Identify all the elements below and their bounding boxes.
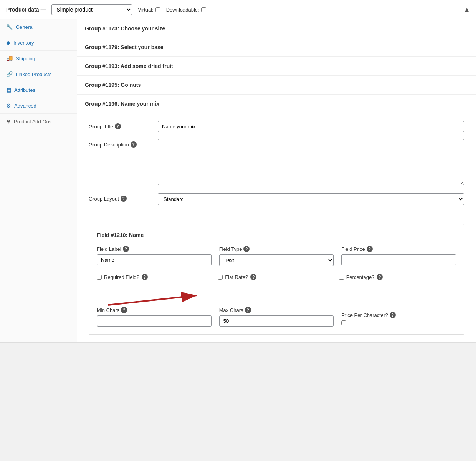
sidebar-item-inventory-label: Inventory xyxy=(13,40,34,46)
field-type-col: Field Type ? Text Textarea Select Checkb… xyxy=(219,246,334,266)
flat-rate-item: Flat Rate? ? xyxy=(218,274,335,280)
group-row-1173[interactable]: Group #1173: Choose your size xyxy=(77,19,476,38)
group-layout-label: Group Layout ? xyxy=(89,193,150,202)
max-chars-input[interactable] xyxy=(219,315,334,327)
sidebar-item-shipping-label: Shipping xyxy=(16,56,35,61)
red-arrow-icon xyxy=(104,288,212,309)
group-title-input[interactable] xyxy=(158,121,464,132)
group-row-1195[interactable]: Group #1195: Go nuts xyxy=(77,76,476,95)
virtual-checkbox[interactable] xyxy=(155,7,160,12)
group-1179-label: Group #1179: Select your base xyxy=(85,44,164,50)
field-type-help-icon[interactable]: ? xyxy=(243,246,250,252)
downloadable-label: Downloadable: xyxy=(166,7,206,13)
group-description-help-icon[interactable]: ? xyxy=(131,141,137,148)
percentage-item: Percentage? ? xyxy=(339,274,456,280)
percentage-checkbox[interactable] xyxy=(339,275,344,280)
flat-rate-help-icon[interactable]: ? xyxy=(250,274,256,280)
required-field-checkbox[interactable] xyxy=(97,275,102,280)
wrench-icon: 🔧 xyxy=(6,24,13,30)
min-chars-col: Min Chars ? xyxy=(97,307,212,327)
group-layout-row: Group Layout ? Standard List Grid xyxy=(89,193,464,205)
group-row-1179[interactable]: Group #1179: Select your base xyxy=(77,38,476,57)
required-field-help-icon[interactable]: ? xyxy=(142,274,148,280)
sidebar-item-general-label: General xyxy=(16,24,33,30)
flat-rate-checkbox[interactable] xyxy=(218,275,223,280)
max-chars-help-icon[interactable]: ? xyxy=(245,307,251,313)
group-1195-label: Group #1195: Go nuts xyxy=(85,82,141,88)
field-price-help-icon[interactable]: ? xyxy=(367,246,373,252)
chars-row: Min Chars ? Max Chars ? xyxy=(97,307,456,327)
field-label-label: Field Label ? xyxy=(97,246,212,252)
sidebar-item-add-ons-label: Product Add Ons xyxy=(14,119,51,124)
flat-rate-label: Flat Rate? xyxy=(225,274,248,280)
field-price-input[interactable] xyxy=(341,254,456,265)
link-icon: 🔗 xyxy=(6,71,13,77)
plus-circle-icon: ⊕ xyxy=(6,118,11,124)
min-chars-input[interactable] xyxy=(97,315,212,327)
field-label-input[interactable] xyxy=(97,254,212,265)
svg-line-1 xyxy=(108,295,197,305)
sidebar-item-attributes-label: Attributes xyxy=(14,87,35,93)
sidebar-item-advanced-label: Advanced xyxy=(14,103,36,109)
product-data-title: Product data — xyxy=(6,7,46,13)
main-content: Group #1173: Choose your size Group #117… xyxy=(77,19,476,342)
group-description-textarea[interactable] xyxy=(158,139,464,185)
field-section-title: Field #1210: Name xyxy=(97,232,456,238)
group-description-label: Group Description ? xyxy=(89,139,150,148)
checkbox-row: Required Field? ? Flat Rate? ? xyxy=(97,274,456,280)
group-title-label: Group Title ? xyxy=(89,121,150,129)
sidebar-item-advanced[interactable]: ⚙ Advanced xyxy=(0,98,77,114)
field-price-label: Field Price ? xyxy=(341,246,456,252)
field-type-label: Field Type ? xyxy=(219,246,334,252)
group-expanded-1196: Group Title ? Group Description ? xyxy=(77,113,476,220)
group-row-1196[interactable]: Group #1196: Name your mix xyxy=(77,95,476,113)
sidebar-item-linked-products-label: Linked Products xyxy=(16,71,51,77)
field-label-col: Field Label ? xyxy=(97,246,212,266)
group-1193-label: Group #1193: Add some dried fruit xyxy=(85,63,173,69)
shipping-icon: 🚚 xyxy=(6,55,13,61)
field-main-grid: Field Label ? Field Type ? Text Textarea xyxy=(97,246,456,266)
group-layout-select[interactable]: Standard List Grid xyxy=(158,193,464,205)
price-per-char-col: Price Per Character? ? xyxy=(341,312,456,327)
group-description-field xyxy=(158,139,464,186)
required-field-label: Required Field? xyxy=(104,274,139,280)
price-per-char-checkbox[interactable] xyxy=(341,320,346,325)
required-field-item: Required Field? ? xyxy=(97,274,214,280)
chars-section: Min Chars ? Max Chars ? xyxy=(97,288,456,327)
percentage-help-icon[interactable]: ? xyxy=(377,274,383,280)
group-title-row: Group Title ? xyxy=(89,121,464,132)
group-layout-help-icon[interactable]: ? xyxy=(121,196,127,202)
max-chars-col: Max Chars ? xyxy=(219,307,334,327)
field-type-select[interactable]: Text Textarea Select Checkbox Radio File… xyxy=(219,254,334,266)
group-row-1193[interactable]: Group #1193: Add some dried fruit xyxy=(77,57,476,76)
group-title-help-icon[interactable]: ? xyxy=(115,123,121,129)
virtual-label: Virtual: xyxy=(138,7,160,13)
sidebar-item-general[interactable]: 🔧 General xyxy=(0,19,77,35)
sidebar-item-inventory[interactable]: ◆ Inventory xyxy=(0,35,77,51)
inventory-icon: ◆ xyxy=(6,40,10,46)
attributes-icon: ▦ xyxy=(6,87,11,93)
field-label-help-icon[interactable]: ? xyxy=(123,246,129,252)
group-description-row: Group Description ? xyxy=(89,139,464,186)
downloadable-checkbox[interactable] xyxy=(201,7,206,12)
sidebar-item-shipping[interactable]: 🚚 Shipping xyxy=(0,51,77,66)
product-data-body: 🔧 General ◆ Inventory 🚚 Shipping 🔗 Linke… xyxy=(0,19,476,342)
field-price-col: Field Price ? xyxy=(341,246,456,266)
group-1173-label: Group #1173: Choose your size xyxy=(85,25,165,32)
sidebar-item-linked-products[interactable]: 🔗 Linked Products xyxy=(0,66,77,82)
sidebar-item-product-add-ons[interactable]: ⊕ Product Add Ons xyxy=(0,114,77,129)
sidebar: 🔧 General ◆ Inventory 🚚 Shipping 🔗 Linke… xyxy=(0,19,77,342)
price-per-char-help-icon[interactable]: ? xyxy=(390,312,396,318)
sidebar-item-attributes[interactable]: ▦ Attributes xyxy=(0,82,77,98)
field-section-1210: Field #1210: Name Field Label ? Field Ty… xyxy=(89,224,464,335)
collapse-button[interactable]: ▲ xyxy=(464,6,470,13)
group-layout-field: Standard List Grid xyxy=(158,193,464,205)
group-title-field xyxy=(158,121,464,132)
group-1196-label: Group #1196: Name your mix xyxy=(85,101,159,107)
percentage-label: Percentage? xyxy=(346,274,375,280)
gear-icon: ⚙ xyxy=(6,103,11,109)
arrow-container xyxy=(97,288,456,307)
product-data-header: Product data — Simple product Variable p… xyxy=(0,0,476,19)
max-chars-label: Max Chars ? xyxy=(219,307,334,313)
product-type-select[interactable]: Simple product Variable product Grouped … xyxy=(51,4,132,15)
